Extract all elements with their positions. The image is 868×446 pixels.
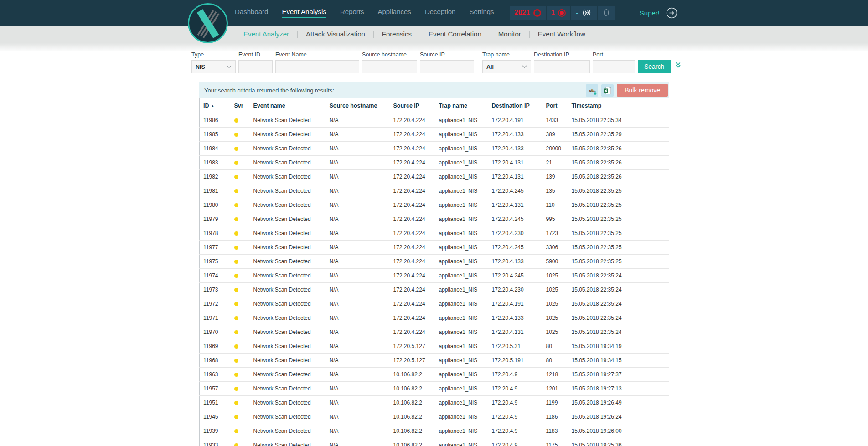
cell-timestamp: 15.05.2018 22:35:24 — [568, 269, 669, 283]
table-row[interactable]: 11971 Network Scan Detected N/A 172.20.4… — [200, 311, 669, 325]
table-row[interactable]: 11972 Network Scan Detected N/A 172.20.4… — [200, 297, 669, 311]
filter-label: Destination IP — [534, 51, 590, 58]
cell-event-name: Network Scan Detected — [250, 311, 326, 325]
table-row[interactable]: 11975 Network Scan Detected N/A 172.20.4… — [200, 255, 669, 269]
table-row[interactable]: 11951 Network Scan Detected N/A 10.106.8… — [200, 396, 669, 410]
table-row[interactable]: 11986 Network Scan Detected N/A 172.20.4… — [200, 113, 669, 128]
cell-id: 11974 — [200, 269, 231, 283]
table-row[interactable]: 11980 Network Scan Detected N/A 172.20.4… — [200, 198, 669, 212]
cell-port: 1218 — [542, 368, 568, 382]
column-header[interactable]: Trap name — [435, 98, 488, 113]
filter-input[interactable] — [593, 60, 635, 73]
logout-arrow-icon[interactable] — [666, 7, 677, 19]
cell-trap-name: appliance1_NIS — [435, 142, 488, 156]
column-header[interactable]: Source IP — [390, 98, 435, 113]
subnav-tab[interactable]: Monitor — [498, 30, 521, 39]
nav-item[interactable]: Settings — [469, 8, 494, 18]
cell-id: 11975 — [200, 255, 231, 269]
alarm-new-badge[interactable]: 1 — [547, 6, 571, 20]
filter-input[interactable] — [238, 60, 273, 73]
filter-select[interactable]: All — [482, 60, 531, 73]
table-row[interactable]: 11977 Network Scan Detected N/A 172.20.4… — [200, 241, 669, 255]
column-header[interactable]: Event name — [250, 98, 326, 113]
table-row[interactable]: 11983 Network Scan Detected N/A 172.20.4… — [200, 156, 669, 170]
table-row[interactable]: 11939 Network Scan Detected N/A 10.106.8… — [200, 424, 669, 438]
cell-severity — [231, 241, 250, 255]
table-row[interactable]: 11945 Network Scan Detected N/A 10.106.8… — [200, 410, 669, 424]
excel-export-button[interactable] — [601, 84, 614, 97]
notifications-button[interactable] — [598, 6, 615, 20]
column-header[interactable]: ID▲ — [200, 98, 231, 113]
nav-item[interactable]: Reports — [340, 8, 364, 18]
filter-label: Event Name — [275, 51, 359, 58]
nav-item[interactable]: Event Analysis — [282, 8, 326, 18]
table-row[interactable]: 11968 Network Scan Detected N/A 172.20.5… — [200, 354, 669, 368]
table-row[interactable]: 11979 Network Scan Detected N/A 172.20.4… — [200, 212, 669, 226]
subnav-tab[interactable]: Event Analyzer — [243, 30, 289, 39]
column-header[interactable]: Svr — [231, 98, 250, 113]
cell-timestamp: 15.05.2018 22:35:25 — [568, 198, 669, 212]
table-body: 11986 Network Scan Detected N/A 172.20.4… — [200, 113, 669, 446]
cell-event-name: Network Scan Detected — [250, 339, 326, 354]
filter-input[interactable] — [534, 60, 590, 73]
column-header[interactable]: Timestamp — [568, 98, 669, 113]
search-button[interactable]: Search — [638, 60, 671, 73]
nav-item[interactable]: Deception — [425, 8, 456, 18]
table-row[interactable]: 11933 Network Scan Detected N/A 10.106.8… — [200, 438, 669, 446]
cell-destination-ip: 172.20.4.131 — [488, 170, 542, 184]
cell-source-ip: 172.20.5.127 — [390, 339, 435, 354]
brand-logo[interactable] — [187, 3, 228, 44]
filter-input[interactable] — [420, 60, 474, 73]
cell-event-name: Network Scan Detected — [250, 283, 326, 297]
stix-download-arrow-icon — [594, 91, 597, 95]
cell-port: 139 — [542, 170, 568, 184]
cell-severity — [231, 354, 250, 368]
user-menu[interactable]: Super! — [640, 9, 660, 17]
subnav-tab[interactable]: Forensics — [382, 30, 412, 39]
stix-export-button[interactable]: stix — [586, 84, 598, 97]
column-header[interactable]: Destination IP — [488, 98, 542, 113]
column-header[interactable]: Source hostname — [326, 98, 390, 113]
filter-select[interactable]: NIS — [191, 60, 236, 73]
table-row[interactable]: 11984 Network Scan Detected N/A 172.20.4… — [200, 142, 669, 156]
alarm-total-badge[interactable]: 2021 — [510, 6, 545, 20]
cell-source-hostname: N/A — [326, 311, 390, 325]
main-nav: Dashboard Event Analysis Reports Applian… — [235, 8, 494, 18]
table-row[interactable]: 11970 Network Scan Detected N/A 172.20.4… — [200, 325, 669, 339]
table-row[interactable]: 11985 Network Scan Detected N/A 172.20.4… — [200, 128, 669, 142]
cell-trap-name: appliance1_NIS — [435, 128, 488, 142]
cell-id: 11978 — [200, 226, 231, 241]
cell-destination-ip: 172.20.4.245 — [488, 241, 542, 255]
subnav-tab[interactable]: Event Workflow — [538, 30, 585, 39]
bulk-remove-button[interactable]: Bulk remove — [617, 84, 668, 97]
cell-severity — [231, 410, 250, 424]
filter-input[interactable] — [275, 60, 359, 73]
cell-port: 995 — [542, 212, 568, 226]
double-chevron-down-icon[interactable] — [675, 62, 682, 68]
filter-input[interactable] — [362, 60, 417, 73]
table-row[interactable]: 11978 Network Scan Detected N/A 172.20.4… — [200, 226, 669, 241]
cell-source-ip: 172.20.4.224 — [390, 198, 435, 212]
severity-dot — [234, 203, 238, 207]
severity-dot — [234, 133, 238, 137]
cell-id: 11986 — [200, 113, 231, 128]
cell-port: 80 — [542, 354, 568, 368]
subnav-tab[interactable]: Attack Visualization — [306, 30, 365, 39]
nav-item[interactable]: Appliances — [377, 8, 411, 18]
table-row[interactable]: 11963 Network Scan Detected N/A 10.106.8… — [200, 368, 669, 382]
table-row[interactable]: 11969 Network Scan Detected N/A 172.20.5… — [200, 339, 669, 354]
nav-item[interactable]: Dashboard — [235, 8, 268, 18]
column-header[interactable]: Port — [542, 98, 568, 113]
table-row[interactable]: 11981 Network Scan Detected N/A 172.20.4… — [200, 184, 669, 198]
table-row[interactable]: 11974 Network Scan Detected N/A 172.20.4… — [200, 269, 669, 283]
table-row[interactable]: 11982 Network Scan Detected N/A 172.20.4… — [200, 170, 669, 184]
table-row[interactable]: 11973 Network Scan Detected N/A 172.20.4… — [200, 283, 669, 297]
signal-status[interactable]: - — [571, 6, 597, 20]
cell-port: 21 — [542, 156, 568, 170]
table-row[interactable]: 11957 Network Scan Detected N/A 10.106.8… — [200, 382, 669, 396]
cell-source-ip: 172.20.5.127 — [390, 354, 435, 368]
subnav-tab[interactable]: Event Correlation — [429, 30, 481, 39]
cell-port: 80 — [542, 339, 568, 354]
cell-trap-name: appliance1_NIS — [435, 198, 488, 212]
cell-event-name: Network Scan Detected — [250, 226, 326, 241]
